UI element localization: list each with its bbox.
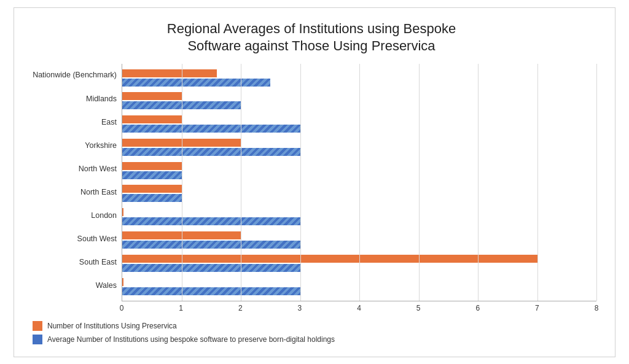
bar-preservica [122, 92, 182, 100]
bar-preservica [122, 115, 182, 123]
x-tick-label: 1 [179, 304, 183, 312]
bar-bespoke [122, 194, 182, 202]
legend-label-preservica: Number of Institutions Using Preservica [47, 322, 177, 330]
grid-line [241, 64, 241, 301]
y-label: Yorkshire [26, 142, 122, 150]
bar-bespoke [122, 287, 300, 295]
y-label: South East [26, 258, 122, 266]
x-tick-label: 5 [416, 304, 421, 312]
grid-line [419, 64, 420, 301]
x-tick-label: 8 [595, 304, 599, 312]
legend-item-preservica: Number of Institutions Using Preservica [33, 321, 596, 331]
x-tick-label: 3 [298, 304, 302, 312]
legend-label-bespoke: Average Number of Institutions using bes… [47, 335, 335, 344]
y-label: Midlands [26, 95, 122, 103]
legend-item-bespoke: Average Number of Institutions using bes… [33, 335, 596, 344]
grid-line [596, 64, 597, 301]
x-axis-labels: 012345678 [122, 301, 596, 315]
y-label: East [26, 118, 122, 126]
x-tick-label: 4 [357, 304, 361, 312]
grid-line [478, 64, 479, 301]
y-axis-labels: Nationwide (Benchmark)MidlandsEastYorksh… [26, 64, 122, 315]
chart-area: Nationwide (Benchmark)MidlandsEastYorksh… [26, 64, 596, 315]
chart-container: Regional Averages of Institutions using … [14, 7, 615, 357]
grid-line [182, 64, 182, 301]
x-tick-label: 0 [120, 304, 124, 312]
bar-bespoke [122, 241, 300, 249]
bar-preservica [122, 185, 182, 193]
bar-preservica [122, 162, 182, 170]
grid-line [537, 64, 538, 301]
chart-title: Regional Averages of Institutions using … [26, 20, 596, 55]
bar-bespoke [122, 148, 300, 156]
bar-bespoke [122, 217, 300, 225]
y-label: London [26, 212, 122, 220]
bar-bespoke [122, 171, 182, 179]
y-label: Wales [26, 282, 122, 290]
title-line2: Software against Those Using Preservica [187, 38, 435, 53]
bar-preservica [122, 278, 123, 286]
x-tick-label: 2 [238, 304, 243, 312]
y-label: North West [26, 165, 122, 173]
y-label: North East [26, 188, 122, 196]
bar-preservica [122, 255, 537, 263]
bar-bespoke [122, 125, 300, 133]
legend: Number of Institutions Using Preservica … [26, 321, 596, 344]
bar-bespoke [122, 79, 270, 87]
bar-preservica [122, 69, 217, 77]
bar-preservica [122, 208, 123, 216]
legend-color-preservica [33, 321, 42, 331]
grid-line [359, 64, 360, 301]
y-label: South West [26, 235, 122, 243]
bar-bespoke [122, 264, 300, 272]
bars-area [122, 64, 596, 301]
grid-line [300, 64, 301, 301]
chart-plot: 012345678 [122, 64, 596, 315]
title-line1: Regional Averages of Institutions using … [167, 21, 456, 36]
y-label: Nationwide (Benchmark) [26, 71, 122, 79]
legend-color-bespoke [33, 335, 42, 344]
x-tick-label: 6 [475, 304, 480, 312]
x-tick-label: 7 [535, 304, 539, 312]
